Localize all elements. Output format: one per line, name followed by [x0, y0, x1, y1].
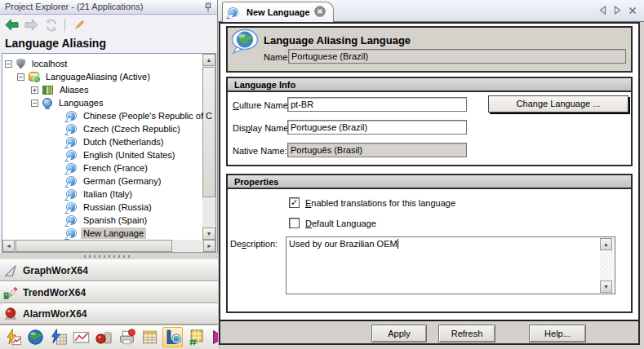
help-button[interactable]: Help...: [529, 325, 586, 342]
tree-vertical-scrollbar[interactable]: ▲ ▼: [202, 54, 215, 240]
database-active-icon: [29, 72, 39, 82]
action-button-bar: Apply Refresh Help...: [220, 320, 638, 343]
section-alarmworx[interactable]: AlarmWorX64: [0, 303, 218, 325]
languages-globe-icon: [42, 98, 52, 108]
tree-item-aliases[interactable]: +Aliases: [31, 83, 91, 96]
tree-item-italian-italy[interactable]: Italian (Italy): [66, 188, 135, 201]
description-text: Used by our Brazilian OEM: [289, 239, 398, 249]
back-button[interactable]: [4, 18, 20, 32]
tree-item-german-germany[interactable]: German (Germany): [66, 174, 163, 188]
tree-item-russian-russia[interactable]: Russian (Russia): [66, 201, 154, 214]
tree-item-localhost[interactable]: −localhost: [5, 57, 69, 70]
data-grid-icon[interactable]: [185, 327, 206, 347]
language-tree[interactable]: ▲ ▼ ◄ ► −localhost−LanguageAliasing (Act…: [2, 53, 216, 253]
editor-body: Language Aliasing Language Name: Portugu…: [219, 22, 640, 345]
workbench-window: Project Explorer - (21 Applications) Lan…: [0, 0, 644, 349]
collapse-expander-icon[interactable]: −: [5, 60, 12, 68]
tree-item-label: Dutch (Netherlands): [81, 136, 166, 148]
alarm-server-icon[interactable]: [94, 327, 114, 347]
forward-button[interactable]: [24, 18, 39, 32]
section-label: GraphWorX64: [23, 265, 88, 276]
native-name-field[interactable]: Português (Brasil): [287, 143, 467, 157]
language-bubble-icon: [66, 124, 77, 134]
section-trendworx[interactable]: TrendWorX64: [0, 281, 218, 303]
refresh-button[interactable]: [43, 18, 59, 32]
tab-scroll-left-icon[interactable]: [599, 6, 606, 16]
tree-item-new-language[interactable]: New Language: [66, 227, 146, 240]
change-language-button[interactable]: Change Language ...: [488, 95, 628, 113]
tree-item-label: Chinese (People's Republic of C: [81, 110, 215, 121]
scroll-left-icon[interactable]: ◄: [2, 240, 15, 252]
section-graphworx[interactable]: GraphWorX64: [0, 259, 218, 281]
scroll-up-icon[interactable]: ▲: [600, 238, 612, 250]
tab-new-language[interactable]: New Language: [222, 2, 334, 22]
section-label: TrendWorX64: [23, 287, 86, 298]
collapse-expander-icon[interactable]: −: [31, 99, 38, 107]
report-table-icon[interactable]: [140, 327, 160, 347]
language-bubble-icon: [66, 189, 77, 199]
tree-horizontal-scrollbar[interactable]: ◄ ►: [2, 240, 215, 252]
scroll-down-icon[interactable]: ▼: [202, 228, 215, 240]
project-explorer-title: Project Explorer - (21 Applications): [5, 2, 143, 11]
tree-item-label: Russian (Russia): [81, 201, 154, 213]
refresh-button[interactable]: Refresh: [438, 325, 495, 342]
language-bubble-icon: [66, 163, 77, 173]
toolbar-separator: [64, 19, 65, 31]
apply-button[interactable]: Apply: [371, 325, 427, 342]
tree-item-label: French (France): [81, 162, 150, 174]
description-textarea[interactable]: Used by our Brazilian OEM ▲ ▼: [286, 236, 615, 294]
expand-expander-icon[interactable]: +: [31, 86, 38, 94]
tree-item-chinese-people-s-republic-of-c[interactable]: Chinese (People's Republic of C: [66, 109, 215, 122]
tree-item-label: English (United States): [81, 149, 178, 161]
culture-name-field[interactable]: pt-BR: [287, 97, 467, 112]
edit-pencil-button[interactable]: [71, 18, 87, 32]
language-bubble-icon: [66, 150, 77, 160]
tab-close-all-icon[interactable]: [628, 7, 637, 16]
tree-item-english-united-states[interactable]: English (United States): [66, 148, 178, 161]
default-language-label: Default Language: [305, 219, 376, 228]
pin-icon[interactable]: [203, 2, 213, 12]
description-scrollbar[interactable]: ▲ ▼: [600, 238, 614, 293]
default-language-checkbox[interactable]: [289, 218, 300, 228]
display-name-field[interactable]: Portuguese (Brazil): [287, 120, 467, 135]
tree-item-french-france[interactable]: French (France): [66, 161, 150, 174]
language-bubble-icon: [66, 228, 77, 238]
tree-item-dutch-netherlands[interactable]: Dutch (Netherlands): [66, 135, 166, 148]
tree-item-czech-czech-republic[interactable]: Czech (Czech Republic): [66, 122, 183, 135]
tree-item-languages[interactable]: −Languages: [31, 96, 105, 109]
trend-chart-icon[interactable]: [71, 327, 91, 347]
tree-item-label: Spanish (Spain): [81, 214, 149, 226]
report-lightning-icon[interactable]: [48, 327, 69, 347]
horizontal-scroll-thumb[interactable]: [16, 240, 172, 252]
language-bubble-icon: [66, 202, 77, 212]
tab-scroll-right-icon[interactable]: [614, 6, 621, 16]
editor-header-box: Language Aliasing Language Name: Portugu…: [226, 26, 633, 73]
enabled-translations-checkbox[interactable]: ✓: [289, 197, 300, 208]
enabled-translations-checkbox-row[interactable]: ✓ Enabled translations for this language: [289, 197, 455, 208]
application-bar: » ▾: [0, 325, 218, 349]
alarmworx-icon: [3, 307, 18, 321]
properties-group: Properties ✓ Enabled translations for th…: [226, 174, 633, 313]
scroll-up-icon[interactable]: ▲: [202, 54, 215, 66]
energy-analytics-icon[interactable]: [2, 327, 23, 347]
tree-item-label: LanguageAliasing (Active): [43, 71, 153, 82]
panel-splitter[interactable]: [0, 253, 218, 259]
text-caret: [398, 239, 398, 249]
name-field[interactable]: Portuguese (Brazil): [288, 49, 626, 64]
language-bubble-icon: [228, 7, 238, 17]
tree-item-spanish-spain[interactable]: Spanish (Spain): [66, 214, 149, 227]
language-info-header: Language Info: [228, 78, 631, 92]
collapse-expander-icon[interactable]: −: [17, 73, 24, 81]
tab-close-icon[interactable]: [314, 6, 326, 19]
tree-item-languagealiasing-active[interactable]: −LanguageAliasing (Active): [17, 70, 153, 83]
scroll-right-icon[interactable]: ►: [203, 240, 215, 252]
properties-header: Properties: [228, 175, 631, 189]
language-aliasing-icon[interactable]: [162, 327, 183, 347]
default-language-checkbox-row[interactable]: Default Language: [289, 218, 376, 228]
tab-title: New Language: [246, 7, 310, 17]
editor-panel: New Language Language Aliasing Language …: [218, 0, 644, 349]
alarm-printer-icon[interactable]: [117, 327, 137, 347]
scroll-down-icon[interactable]: ▼: [600, 281, 612, 293]
earth-globe-icon[interactable]: [25, 327, 46, 347]
vertical-scroll-thumb[interactable]: [202, 67, 215, 197]
